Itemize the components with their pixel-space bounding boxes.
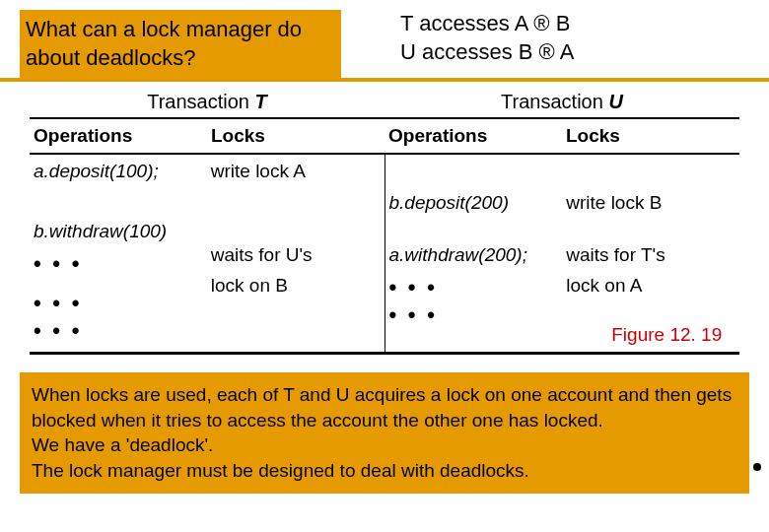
col-u-locks: write lock B waits for T's lock on A Fig… [562, 155, 739, 352]
u-lock-on-a: lock on A [566, 275, 735, 298]
access-line-1: T accesses A ® B [400, 11, 570, 35]
col-header-ops-u: Operations [384, 119, 562, 153]
t-lock-on-b: lock on B [211, 275, 381, 298]
trans-prefix-t: Transaction [147, 91, 254, 112]
col-t-ops: a.deposit(100); b.withdraw(100) • • • • … [30, 155, 207, 352]
column-headers: Operations Locks Operations Locks [30, 117, 739, 155]
question-line-1: What can a lock manager do [26, 17, 302, 41]
explanation-p2: We have a 'deadlock'. [32, 434, 213, 455]
question-box: What can a lock manager do about deadloc… [20, 10, 341, 78]
trans-prefix-u: Transaction [501, 91, 608, 112]
ellipsis-icon: • • • [389, 275, 559, 300]
transaction-header-t: Transaction T [30, 87, 384, 117]
transaction-headers: Transaction T Transaction U [30, 87, 739, 117]
dot-icon [753, 463, 761, 471]
trans-name-t: T [255, 91, 267, 112]
u-op-withdraw: a.withdraw(200); [389, 244, 559, 267]
deadlock-table: Transaction T Transaction U Operations L… [0, 87, 769, 355]
explanation-p3: The lock manager must be designed to dea… [32, 460, 529, 481]
explanation-box: When locks are used, each of T and U acq… [20, 372, 749, 494]
t-op-deposit: a.deposit(100); [34, 161, 203, 183]
figure-label: Figure 12. 19 [611, 324, 722, 346]
question-line-2: about deadlocks? [26, 45, 195, 70]
trans-name-u: U [608, 91, 622, 112]
t-lock-wait-u: waits for U's [211, 244, 381, 267]
t-op-withdraw: b.withdraw(100) [34, 221, 203, 243]
t-lock-write-a: write lock A [211, 161, 381, 183]
explanation-p1: When locks are used, each of T and U acq… [32, 384, 732, 431]
col-header-locks-u: Locks [562, 119, 739, 153]
access-line-2: U accesses B ® A [400, 39, 574, 64]
ellipsis-icon: • • • [34, 318, 203, 344]
ellipsis-icon: • • • [389, 302, 559, 328]
u-lock-wait-t: waits for T's [566, 244, 735, 267]
col-t-locks: write lock A waits for U's lock on B [207, 155, 385, 352]
u-lock-write-b: write lock B [566, 192, 735, 215]
col-u-ops: b.deposit(200) a.withdraw(200); • • • • … [385, 155, 563, 352]
header-row: What can a lock manager do about deadloc… [0, 0, 769, 82]
ellipsis-icon: • • • [34, 251, 203, 277]
col-header-ops-t: Operations [30, 119, 207, 153]
u-op-deposit: b.deposit(200) [389, 192, 559, 215]
table-body: a.deposit(100); b.withdraw(100) • • • • … [30, 155, 739, 355]
transaction-header-u: Transaction U [384, 87, 739, 117]
ellipsis-icon: • • • [34, 291, 203, 316]
access-box: T accesses A ® B U accesses B ® A [400, 10, 574, 66]
col-header-locks-t: Locks [207, 119, 384, 153]
